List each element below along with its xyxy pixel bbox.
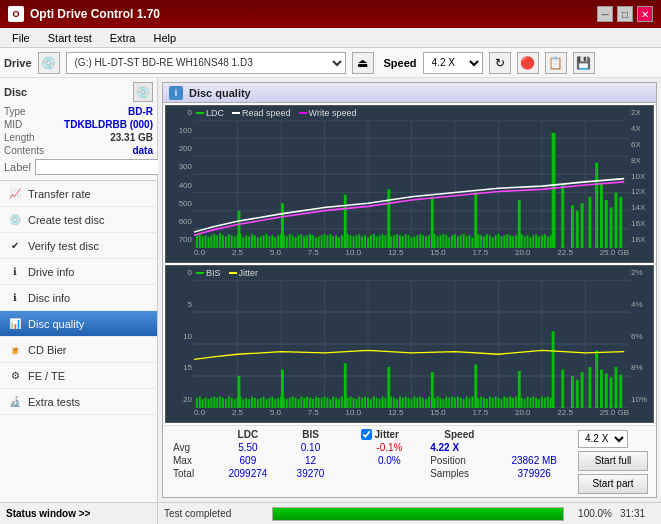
y1-label-100: 100: [166, 126, 194, 135]
disc-label-input[interactable]: [35, 159, 168, 175]
y1r-label-10x: 10X: [629, 172, 653, 181]
disc-label-row: Label 🔍: [4, 158, 153, 176]
legend-jitter: Jitter: [229, 268, 259, 278]
svg-rect-204: [300, 396, 302, 408]
disc-mid-label: MID: [4, 119, 22, 130]
svg-rect-63: [281, 203, 284, 248]
menu-help[interactable]: Help: [145, 31, 184, 45]
svg-rect-51: [295, 237, 297, 248]
sidebar-item-verify-test-disc[interactable]: ✔ Verify test disc: [0, 233, 157, 259]
svg-rect-291: [509, 396, 511, 408]
svg-rect-285: [492, 398, 494, 408]
svg-rect-60: [321, 235, 323, 248]
legend-ldc: LDC: [196, 108, 224, 118]
svg-rect-142: [515, 235, 517, 248]
svg-rect-89: [353, 236, 355, 248]
svg-rect-59: [318, 236, 320, 248]
svg-rect-40: [263, 235, 265, 248]
eject-button[interactable]: ⏏: [352, 52, 374, 74]
svg-rect-223: [588, 367, 591, 408]
svg-rect-93: [364, 235, 366, 248]
drive-icon: 💿: [38, 52, 60, 74]
disc-header: Disc 💿: [4, 82, 153, 102]
start-part-button[interactable]: Start part: [578, 474, 648, 494]
svg-rect-36: [251, 234, 253, 248]
disc-contents-value: data: [132, 145, 153, 156]
drive-select[interactable]: (G:) HL-DT-ST BD-RE WH16NS48 1.D3: [66, 52, 346, 74]
svg-rect-94: [367, 237, 369, 248]
menu-file[interactable]: File: [4, 31, 38, 45]
stats-total-bis: 39270: [283, 467, 338, 480]
svg-rect-100: [384, 235, 386, 248]
svg-rect-103: [396, 234, 398, 248]
svg-rect-69: [552, 133, 556, 248]
y1r-label-4x: 4X: [629, 124, 653, 133]
svg-rect-19: [202, 236, 204, 248]
svg-rect-35: [248, 236, 250, 248]
close-button[interactable]: ✕: [637, 6, 653, 22]
maximize-button[interactable]: □: [617, 6, 633, 22]
menu-extra[interactable]: Extra: [102, 31, 144, 45]
status-window-button[interactable]: Status window >>: [0, 502, 157, 524]
svg-rect-190: [260, 398, 262, 408]
titlebar-left: O Opti Drive Control 1.70: [8, 6, 160, 22]
svg-rect-87: [347, 234, 349, 248]
svg-rect-86: [341, 235, 343, 248]
sidebar-item-cd-bier[interactable]: 🍺 CD Bier: [0, 337, 157, 363]
svg-rect-48: [286, 236, 288, 248]
jitter-checkbox[interactable]: [361, 429, 372, 440]
svg-rect-301: [541, 396, 543, 408]
svg-rect-202: [295, 398, 297, 408]
y1r-label-6x: 6X: [629, 140, 653, 149]
sidebar-item-transfer-rate[interactable]: 📈 Transfer rate: [0, 181, 157, 207]
svg-rect-116: [437, 236, 439, 248]
sidebar-item-drive-info[interactable]: ℹ Drive info: [0, 259, 157, 285]
svg-rect-144: [524, 236, 526, 248]
sidebar-item-disc-info[interactable]: ℹ Disc info: [0, 285, 157, 311]
sidebar-item-fe-te[interactable]: ⚙ FE / TE: [0, 363, 157, 389]
svg-rect-131: [483, 236, 485, 248]
toolbar-btn-3[interactable]: 📋: [545, 52, 567, 74]
toolbar-btn-4[interactable]: 💾: [573, 52, 595, 74]
svg-rect-143: [521, 234, 523, 248]
svg-rect-250: [382, 396, 384, 408]
speed-select[interactable]: 4.2 X: [423, 52, 483, 74]
sidebar-item-extra-tests-label: Extra tests: [28, 396, 80, 408]
svg-rect-225: [600, 370, 603, 408]
svg-rect-24: [216, 235, 218, 248]
minimize-button[interactable]: ─: [597, 6, 613, 22]
svg-rect-41: [266, 234, 268, 248]
disc-panel-icon-btn[interactable]: 💿: [133, 82, 153, 102]
sidebar-item-disc-quality[interactable]: 📊 Disc quality: [0, 311, 157, 337]
sidebar-item-create-test-disc[interactable]: 💿 Create test disc: [0, 207, 157, 233]
toolbar-btn-2[interactable]: 🔴: [517, 52, 539, 74]
menu-start-test[interactable]: Start test: [40, 31, 100, 45]
sidebar-item-disc-info-label: Disc info: [28, 292, 70, 304]
disc-quality-panel: i Disc quality LDC Read speed: [162, 82, 657, 498]
sidebar-item-extra-tests[interactable]: 🔬 Extra tests: [0, 389, 157, 415]
svg-rect-247: [373, 396, 375, 408]
svg-rect-79: [615, 193, 618, 248]
svg-rect-292: [512, 398, 514, 408]
y1-label-400: 400: [166, 181, 194, 190]
stats-total-ldc: 2099274: [213, 467, 283, 480]
svg-rect-303: [547, 396, 549, 408]
svg-rect-124: [460, 235, 462, 248]
svg-rect-150: [541, 235, 543, 248]
svg-rect-114: [428, 235, 430, 248]
svg-rect-199: [286, 399, 288, 408]
progress-text: 100.0%: [572, 508, 612, 519]
svg-rect-188: [254, 398, 256, 408]
svg-rect-96: [373, 234, 375, 248]
stats-col-ldc: LDC: [213, 428, 283, 441]
svg-rect-107: [408, 235, 410, 248]
speed-dropdown[interactable]: 4.2 X: [578, 430, 628, 448]
svg-rect-268: [440, 398, 442, 408]
toolbar-btn-1[interactable]: ↻: [489, 52, 511, 74]
svg-rect-264: [425, 399, 427, 408]
svg-rect-253: [393, 398, 395, 408]
start-full-button[interactable]: Start full: [578, 451, 648, 471]
svg-rect-62: [238, 211, 241, 248]
svg-rect-120: [448, 237, 450, 248]
sidebar-menu: 📈 Transfer rate 💿 Create test disc ✔ Ver…: [0, 181, 157, 502]
